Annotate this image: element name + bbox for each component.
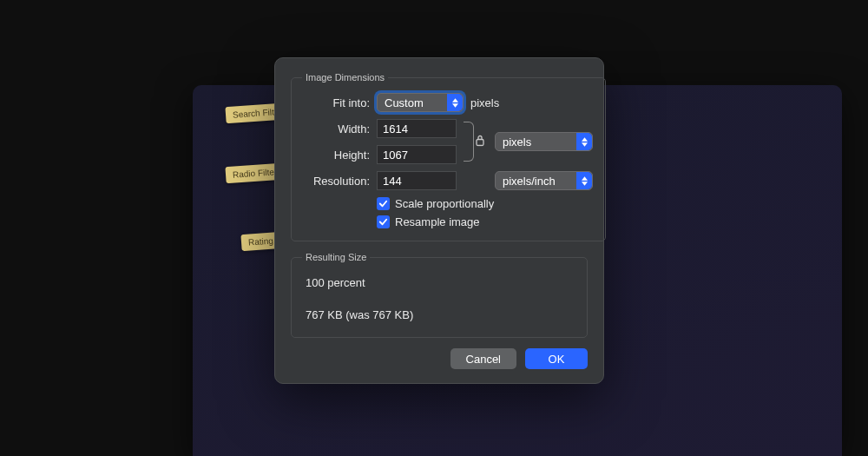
resize-image-dialog: Image Dimensions Fit into: Custom pixels… <box>274 57 604 384</box>
lock-icon <box>475 135 485 149</box>
resolution-input[interactable]: 144 <box>377 171 457 190</box>
resulting-percent: 100 percent <box>304 273 575 293</box>
height-label: Height: <box>304 149 370 162</box>
checkmark-icon <box>377 197 390 210</box>
image-dimensions-legend: Image Dimensions <box>302 72 388 83</box>
width-input[interactable]: 1614 <box>377 119 457 138</box>
chevron-up-down-icon <box>576 133 592 150</box>
resulting-size-legend: Resulting Size <box>302 252 370 262</box>
resample-image-checkbox[interactable]: Resample image <box>304 215 593 228</box>
chevron-up-down-icon <box>447 94 463 111</box>
scale-proportionally-label: Scale proportionally <box>395 197 494 210</box>
cancel-button[interactable]: Cancel <box>450 348 516 369</box>
aspect-lock[interactable] <box>464 122 474 162</box>
resolution-unit-value: pixels/inch <box>503 175 556 188</box>
fit-into-label: Fit into: <box>304 96 370 109</box>
resulting-size-group: Resulting Size 100 percent 767 KB (was 7… <box>291 252 588 338</box>
width-label: Width: <box>304 122 370 135</box>
fit-into-suffix: pixels <box>470 96 499 109</box>
dimension-unit-select[interactable]: pixels <box>495 132 593 151</box>
resolution-label: Resolution: <box>304 175 370 188</box>
fit-into-select[interactable]: Custom <box>377 93 464 112</box>
dimension-unit-value: pixels <box>503 135 531 149</box>
chevron-up-down-icon <box>576 172 592 189</box>
resolution-unit-select[interactable]: pixels/inch <box>495 171 593 190</box>
ok-button[interactable]: OK <box>525 348 588 369</box>
height-input[interactable]: 1067 <box>377 145 457 164</box>
svg-rect-0 <box>477 140 483 146</box>
resample-image-label: Resample image <box>395 215 480 228</box>
image-dimensions-group: Image Dimensions Fit into: Custom pixels… <box>291 72 606 241</box>
scale-proportionally-checkbox[interactable]: Scale proportionally <box>304 197 593 210</box>
fit-into-value: Custom <box>385 96 424 109</box>
checkmark-icon <box>377 215 390 228</box>
resulting-filesize: 767 KB (was 767 KB) <box>304 305 575 325</box>
